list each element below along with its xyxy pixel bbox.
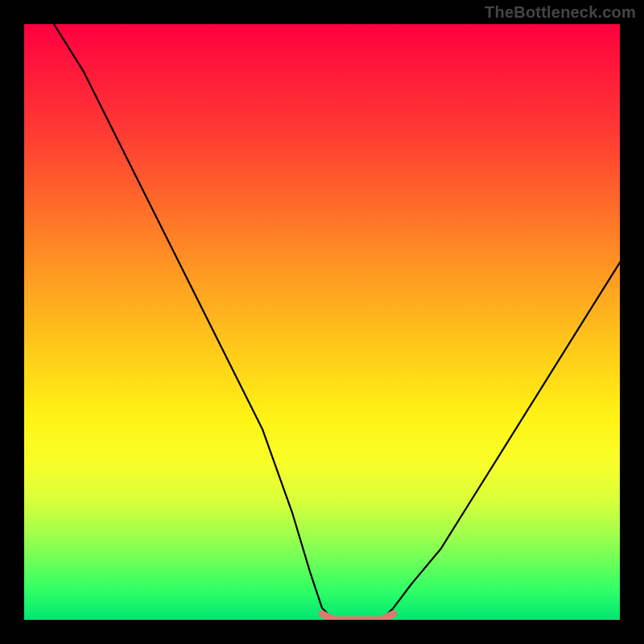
flat-highlight-path <box>322 614 394 620</box>
watermark-text: TheBottleneck.com <box>485 3 636 22</box>
curve-svg <box>24 24 620 620</box>
bottleneck-curve-path <box>54 24 620 620</box>
plot-area <box>24 24 620 620</box>
chart-frame: TheBottleneck.com <box>0 0 644 644</box>
